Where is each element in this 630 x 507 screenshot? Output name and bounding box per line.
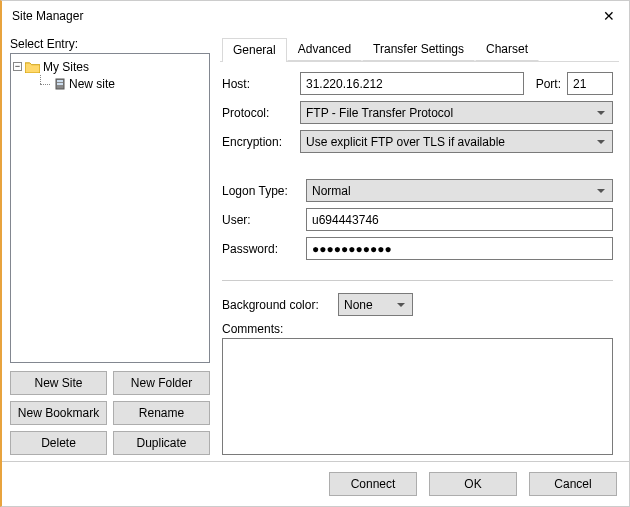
tree-item-row[interactable]: New site xyxy=(33,75,207,92)
user-input[interactable] xyxy=(306,208,613,231)
comments-input[interactable] xyxy=(222,338,613,455)
separator xyxy=(222,280,613,281)
tabs: General Advanced Transfer Settings Chars… xyxy=(220,37,619,62)
general-form: Host: Port: Protocol: FTP - File Transfe… xyxy=(220,62,619,461)
dialog-body: Select Entry: − My Sites New site xyxy=(2,31,629,461)
folder-icon xyxy=(25,61,40,73)
cancel-button[interactable]: Cancel xyxy=(529,472,617,496)
collapse-icon[interactable]: − xyxy=(13,62,22,71)
svg-rect-1 xyxy=(57,80,63,82)
protocol-select[interactable]: FTP - File Transfer Protocol xyxy=(300,101,613,124)
tab-transfer-settings[interactable]: Transfer Settings xyxy=(362,37,475,61)
protocol-value: FTP - File Transfer Protocol xyxy=(306,106,453,120)
footer: Connect OK Cancel xyxy=(2,461,629,506)
host-input[interactable] xyxy=(300,72,524,95)
tab-general[interactable]: General xyxy=(222,38,287,62)
close-icon[interactable]: ✕ xyxy=(603,8,615,24)
tab-advanced[interactable]: Advanced xyxy=(287,37,362,61)
encryption-label: Encryption: xyxy=(222,135,294,149)
delete-button[interactable]: Delete xyxy=(10,431,107,455)
entry-buttons: New Site New Folder New Bookmark Rename … xyxy=(10,369,210,461)
protocol-label: Protocol: xyxy=(222,106,294,120)
tree-branch xyxy=(33,75,51,92)
new-bookmark-button[interactable]: New Bookmark xyxy=(10,401,107,425)
right-pane: General Advanced Transfer Settings Chars… xyxy=(220,37,619,461)
window-title: Site Manager xyxy=(12,9,83,23)
server-icon xyxy=(54,78,66,90)
logon-type-select[interactable]: Normal xyxy=(306,179,613,202)
duplicate-button[interactable]: Duplicate xyxy=(113,431,210,455)
site-manager-window: Site Manager ✕ Select Entry: − My Sites xyxy=(0,0,630,507)
encryption-value: Use explicit FTP over TLS if available xyxy=(306,135,505,149)
bgcolor-select[interactable]: None xyxy=(338,293,413,316)
ok-button[interactable]: OK xyxy=(429,472,517,496)
port-label: Port: xyxy=(536,77,561,91)
tab-charset[interactable]: Charset xyxy=(475,37,539,61)
logon-type-label: Logon Type: xyxy=(222,184,300,198)
rename-button[interactable]: Rename xyxy=(113,401,210,425)
user-row: User: xyxy=(222,208,613,231)
comments-label: Comments: xyxy=(222,322,613,336)
titlebar: Site Manager ✕ xyxy=(2,1,629,31)
password-label: Password: xyxy=(222,242,300,256)
bgcolor-value: None xyxy=(344,298,373,312)
port-input[interactable] xyxy=(567,72,613,95)
host-label: Host: xyxy=(222,77,294,91)
svg-rect-2 xyxy=(57,83,63,85)
connect-button[interactable]: Connect xyxy=(329,472,417,496)
host-row: Host: Port: xyxy=(222,72,613,95)
protocol-row: Protocol: FTP - File Transfer Protocol xyxy=(222,101,613,124)
tree-root-row[interactable]: − My Sites xyxy=(13,58,207,75)
encryption-select[interactable]: Use explicit FTP over TLS if available xyxy=(300,130,613,153)
left-pane: Select Entry: − My Sites New site xyxy=(10,37,210,461)
password-input[interactable] xyxy=(306,237,613,260)
new-site-button[interactable]: New Site xyxy=(10,371,107,395)
password-row: Password: xyxy=(222,237,613,260)
logon-type-value: Normal xyxy=(312,184,351,198)
bgcolor-row: Background color: None xyxy=(222,293,613,316)
bgcolor-label: Background color: xyxy=(222,298,332,312)
tree-root-label: My Sites xyxy=(43,60,89,74)
select-entry-label: Select Entry: xyxy=(10,37,210,51)
entry-tree[interactable]: − My Sites New site xyxy=(10,53,210,363)
user-label: User: xyxy=(222,213,300,227)
logon-row: Logon Type: Normal xyxy=(222,179,613,202)
new-folder-button[interactable]: New Folder xyxy=(113,371,210,395)
encryption-row: Encryption: Use explicit FTP over TLS if… xyxy=(222,130,613,153)
tree-item-label: New site xyxy=(69,77,115,91)
